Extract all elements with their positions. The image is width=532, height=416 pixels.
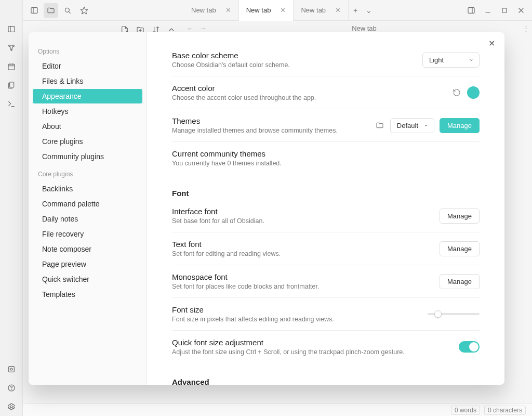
- setting-accent-color: Accent color Choose the accent color use…: [172, 76, 480, 109]
- nav-forward-icon[interactable]: →: [196, 24, 209, 32]
- settings-icon[interactable]: [4, 399, 19, 414]
- svg-rect-9: [9, 82, 14, 87]
- settings-modal: Options Editor Files & Links Appearance …: [29, 32, 504, 385]
- sidebar-item-appearance[interactable]: Appearance: [33, 89, 142, 103]
- themes-folder-icon[interactable]: [375, 120, 385, 131]
- close-icon[interactable]: ✕: [486, 37, 497, 49]
- nav-back-icon[interactable]: ←: [184, 24, 196, 32]
- right-panel-icon[interactable]: [463, 3, 479, 18]
- setting-desc: Choose the accent color used throughout …: [172, 94, 451, 101]
- search-icon[interactable]: [60, 3, 75, 18]
- sidebar-item-editor[interactable]: Editor: [33, 59, 142, 73]
- sidebar-item-daily-notes[interactable]: Daily notes: [33, 212, 142, 226]
- setting-text-font: Text font Set font for editing and readi…: [172, 232, 480, 265]
- svg-rect-0: [8, 27, 15, 32]
- left-rail: [0, 0, 23, 416]
- setting-desc: You currently have 0 themes installed.: [172, 160, 480, 167]
- help-icon[interactable]: [4, 381, 19, 395]
- vault-icon[interactable]: [4, 362, 19, 376]
- close-icon[interactable]: ✕: [225, 6, 231, 14]
- theme-select[interactable]: Default: [390, 118, 434, 133]
- sidebar-item-hotkeys[interactable]: Hotkeys: [33, 104, 142, 119]
- sidebar-item-note-composer[interactable]: Note composer: [33, 242, 142, 256]
- svg-rect-24: [502, 8, 507, 12]
- panel-toggle-icon[interactable]: [4, 22, 19, 36]
- breadcrumb: New tab: [209, 24, 520, 32]
- setting-desc: Adjust the font size using Ctrl + Scroll…: [172, 348, 459, 356]
- manage-interface-font-button[interactable]: Manage: [440, 209, 480, 224]
- svg-rect-16: [31, 7, 37, 13]
- new-tab-button[interactable]: +: [349, 6, 362, 15]
- accent-color-swatch[interactable]: [467, 86, 480, 99]
- setting-community-themes: Current community themes You currently h…: [172, 142, 480, 174]
- svg-rect-5: [8, 64, 15, 70]
- slider-thumb[interactable]: [434, 310, 442, 318]
- bookmark-icon[interactable]: [77, 3, 91, 18]
- manage-mono-font-button[interactable]: Manage: [440, 274, 480, 289]
- setting-title: Font size: [172, 305, 428, 314]
- base-color-select[interactable]: Light: [422, 53, 480, 68]
- setting-base-color: Base color scheme Choose Obsidian's defa…: [172, 44, 480, 76]
- manage-text-font-button[interactable]: Manage: [440, 241, 480, 256]
- close-icon[interactable]: ✕: [280, 6, 286, 14]
- manage-themes-button[interactable]: Manage: [440, 118, 480, 133]
- sidebar-item-about[interactable]: About: [33, 119, 142, 134]
- setting-desc: Manage installed themes and browse commu…: [172, 127, 375, 134]
- setting-interface-font: Interface font Set base font for all of …: [172, 200, 480, 232]
- sidebar-item-command-palette[interactable]: Command palette: [33, 197, 142, 211]
- more-icon[interactable]: ⋮: [520, 24, 532, 32]
- window-close-icon[interactable]: [513, 3, 529, 18]
- svg-marker-20: [81, 7, 87, 14]
- sidebar-item-templates[interactable]: Templates: [33, 287, 142, 302]
- tab-dropdown-icon[interactable]: ⌄: [362, 6, 376, 15]
- tab-bar: New tab ✕ New tab ✕ New tab ✕ + ⌄: [184, 0, 532, 21]
- settings-content: ✕ Base color scheme Choose Obsidian's de…: [147, 32, 504, 385]
- setting-title: Current community themes: [172, 149, 480, 158]
- maximize-icon[interactable]: [497, 3, 512, 18]
- sidebar-item-files-links[interactable]: Files & Links: [33, 74, 142, 88]
- setting-desc: Font size in pixels that affects editing…: [172, 316, 428, 323]
- minimize-icon[interactable]: [480, 3, 496, 18]
- sidebar-item-community-plugins[interactable]: Community plugins: [33, 149, 142, 164]
- terminal-icon[interactable]: [4, 97, 19, 111]
- sidebar-group-header: Options: [29, 42, 147, 58]
- graph-icon[interactable]: [4, 41, 19, 55]
- tab-2[interactable]: New tab ✕: [294, 0, 349, 21]
- files-icon[interactable]: [4, 78, 19, 93]
- setting-desc: Set base font for all of Obsidian.: [172, 217, 440, 225]
- close-icon[interactable]: ✕: [335, 6, 341, 14]
- sidebar-item-backlinks[interactable]: Backlinks: [33, 181, 142, 196]
- setting-themes: Themes Manage installed themes and brows…: [172, 109, 480, 142]
- sidebar-item-quick-switcher[interactable]: Quick switcher: [33, 272, 142, 287]
- calendar-icon[interactable]: [4, 59, 19, 74]
- svg-point-15: [10, 406, 12, 408]
- setting-desc: Set font for editing and reading views.: [172, 250, 440, 257]
- reset-icon[interactable]: [451, 87, 462, 98]
- font-size-slider[interactable]: [428, 313, 480, 315]
- sidebar-item-file-recovery[interactable]: File recovery: [33, 227, 142, 241]
- sidebar-item-page-preview[interactable]: Page preview: [33, 257, 142, 271]
- setting-quick-font: Quick font size adjustment Adjust the fo…: [172, 331, 480, 363]
- tab-0[interactable]: New tab ✕: [184, 0, 239, 21]
- setting-title: Accent color: [172, 84, 451, 93]
- svg-line-19: [69, 11, 70, 13]
- setting-desc: Choose Obsidian's default color scheme.: [172, 61, 422, 69]
- setting-title: Monospace font: [172, 272, 440, 281]
- quick-font-toggle[interactable]: [459, 341, 480, 353]
- setting-title: Text font: [172, 240, 440, 249]
- sidebar-item-core-plugins[interactable]: Core plugins: [33, 134, 142, 149]
- setting-title: Themes: [172, 116, 375, 125]
- sidebar-panel-icon[interactable]: [27, 3, 42, 18]
- folder-icon[interactable]: [44, 3, 58, 18]
- sidebar-tabstrip: [23, 3, 184, 18]
- setting-title: Base color scheme: [172, 51, 422, 60]
- tab-label: New tab: [191, 6, 216, 14]
- tab-1[interactable]: New tab ✕: [239, 0, 294, 21]
- char-count: 0 characters: [484, 406, 526, 415]
- titlebar: New tab ✕ New tab ✕ New tab ✕ + ⌄: [23, 0, 532, 21]
- svg-point-14: [11, 389, 11, 390]
- sidebar-group-header: Core plugins: [29, 164, 147, 181]
- status-bar: 0 words 0 characters: [23, 404, 532, 416]
- section-header-font: Font: [172, 189, 480, 198]
- tab-label: New tab: [301, 6, 326, 14]
